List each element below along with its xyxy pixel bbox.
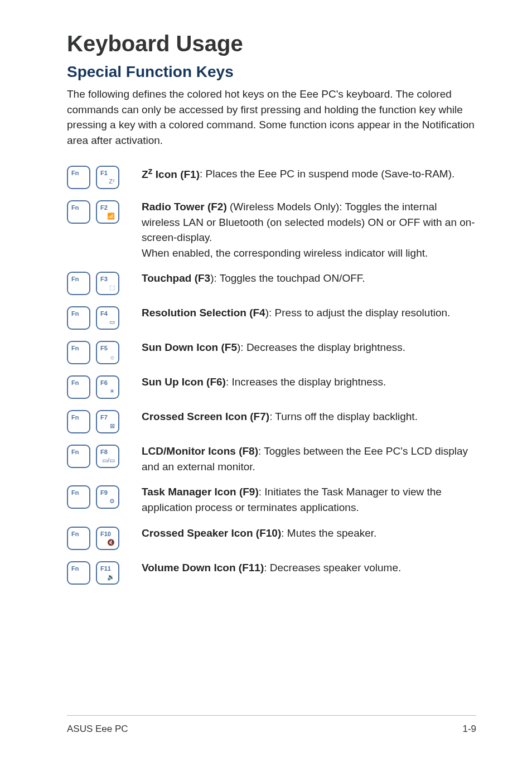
- key-description-title: Radio Tower (F2): [142, 201, 227, 213]
- key-pair: FnF7⊠: [67, 409, 128, 433]
- function-key-list: FnF1ZᶻZz Icon (F1): Places the Eee PC in…: [67, 165, 476, 594]
- fn-key-icon: Fn: [67, 561, 90, 585]
- fkey-label: F1: [100, 170, 108, 176]
- fkey-glyph-icon: 📶: [107, 213, 115, 220]
- fkey-icon: F7⊠: [96, 410, 119, 433]
- fkey-label: F7: [100, 414, 108, 421]
- fn-key-icon: Fn: [67, 527, 90, 550]
- key-pair: FnF3⬚: [67, 271, 128, 295]
- function-key-row: FnF11🔉Volume Down Icon (F11): Decreases …: [67, 560, 476, 585]
- function-key-row: FnF1ZᶻZz Icon (F1): Places the Eee PC in…: [67, 165, 476, 189]
- key-description-title: Task Manager Icon (F9): [142, 486, 259, 498]
- fkey-icon: F3⬚: [96, 272, 119, 295]
- function-key-row: FnF4▭Resolution Selection (F4): Press to…: [67, 305, 476, 330]
- function-key-row: FnF9⚙Task Manager Icon (F9): Initiates t…: [67, 484, 476, 515]
- fkey-label: F9: [100, 489, 108, 496]
- page-footer: ASUS Eee PC 1-9: [67, 715, 476, 735]
- fkey-glyph-icon: 🔇: [107, 539, 115, 546]
- function-key-row: FnF3⬚Touchpad (F3): Toggles the touchpad…: [67, 271, 476, 295]
- key-description-title: Resolution Selection (F4: [142, 307, 265, 319]
- key-description-title: LCD/Monitor Icons (F8): [142, 445, 258, 457]
- key-description-title: Zz Icon (F1): [142, 168, 200, 180]
- fkey-glyph-icon: Zᶻ: [109, 178, 115, 185]
- key-description-body: : Increases the display brightness.: [226, 376, 386, 388]
- function-key-row: FnF7⊠Crossed Screen Icon (F7): Turns off…: [67, 409, 476, 433]
- key-description-body: ): Decreases the display brightness.: [237, 341, 405, 353]
- fn-key-label: Fn: [71, 276, 79, 282]
- key-description-title: Sun Up Icon (F6): [142, 376, 226, 388]
- fkey-icon: F4▭: [96, 306, 119, 330]
- function-key-row: FnF2📶Radio Tower (F2) (Wireless Models O…: [67, 199, 476, 261]
- key-description: Resolution Selection (F4): Press to adju…: [142, 305, 476, 321]
- fn-key-label: Fn: [71, 170, 79, 176]
- fkey-glyph-icon: ▭: [109, 319, 115, 326]
- fn-key-icon: Fn: [67, 485, 90, 509]
- fkey-label: F4: [100, 310, 108, 317]
- fkey-glyph-icon: ⊠: [110, 422, 115, 430]
- key-description: Sun Down Icon (F5): Decreases the displa…: [142, 340, 476, 355]
- function-key-row: FnF10🔇Crossed Speaker Icon (F10): Mutes …: [67, 525, 476, 550]
- fkey-icon: F9⚙: [96, 485, 119, 509]
- key-description-title: Crossed Screen Icon (F7): [142, 411, 269, 422]
- fn-key-icon: Fn: [67, 341, 90, 364]
- fn-key-label: Fn: [71, 204, 79, 211]
- fkey-label: F8: [100, 449, 108, 455]
- fkey-label: F10: [100, 531, 111, 537]
- fkey-label: F11: [100, 565, 111, 572]
- key-pair: FnF8▭/▭: [67, 443, 128, 468]
- key-description: LCD/Monitor Icons (F8): Toggles between …: [142, 443, 476, 474]
- fn-key-icon: Fn: [67, 166, 90, 189]
- key-description: Crossed Screen Icon (F7): Turns off the …: [142, 409, 476, 425]
- key-description: Touchpad (F3): Toggles the touchpad ON/O…: [142, 271, 476, 286]
- fn-key-label: Fn: [71, 310, 79, 317]
- key-description: Crossed Speaker Icon (F10): Mutes the sp…: [142, 525, 476, 541]
- fn-key-icon: Fn: [67, 200, 90, 224]
- key-description: Volume Down Icon (F11): Decreases speake…: [142, 560, 476, 576]
- fn-key-icon: Fn: [67, 306, 90, 330]
- fkey-icon: F5☼: [96, 341, 119, 364]
- key-description-body: : Mutes the speaker.: [281, 527, 376, 539]
- key-pair: FnF4▭: [67, 305, 128, 330]
- function-key-row: FnF8▭/▭LCD/Monitor Icons (F8): Toggles b…: [67, 443, 476, 474]
- key-description-body: ): Press to adjust the display resolutio…: [265, 307, 451, 319]
- fkey-glyph-icon: ⚙: [109, 498, 115, 505]
- key-description-title: Volume Down Icon (F11): [142, 562, 264, 573]
- key-description: Zz Icon (F1): Places the Eee PC in suspe…: [142, 165, 476, 182]
- fkey-glyph-icon: ▭/▭: [102, 457, 115, 464]
- key-description-body: : Turns off the display backlight.: [269, 411, 418, 422]
- fkey-glyph-icon: ☀: [109, 388, 115, 395]
- page-heading: Keyboard Usage: [67, 31, 476, 56]
- fkey-icon: F6☀: [96, 375, 119, 399]
- key-description-title: Touchpad (F3: [142, 272, 210, 284]
- key-description-body: : Places the Eee PC in suspend mode (Sav…: [200, 168, 454, 180]
- key-description-body: : Decreases speaker volume.: [264, 562, 401, 573]
- fn-key-label: Fn: [71, 345, 79, 351]
- fkey-glyph-icon: ☼: [109, 354, 115, 360]
- key-description: Sun Up Icon (F6): Increases the display …: [142, 374, 476, 390]
- fkey-glyph-icon: 🔉: [107, 573, 115, 581]
- fkey-label: F6: [100, 379, 108, 386]
- key-description: Task Manager Icon (F9): Initiates the Ta…: [142, 484, 476, 515]
- fkey-label: F2: [100, 204, 108, 211]
- key-pair: FnF6☀: [67, 374, 128, 399]
- fkey-icon: F8▭/▭: [96, 445, 119, 468]
- fn-key-label: Fn: [71, 531, 79, 537]
- fn-key-label: Fn: [71, 565, 79, 572]
- fkey-icon: F1Zᶻ: [96, 166, 119, 189]
- fn-key-icon: Fn: [67, 272, 90, 295]
- fkey-label: F5: [100, 345, 108, 351]
- fn-key-label: Fn: [71, 449, 79, 455]
- fkey-glyph-icon: ⬚: [109, 284, 115, 291]
- fn-key-icon: Fn: [67, 375, 90, 399]
- key-description-body: ): Toggles the touchpad ON/OFF.: [210, 272, 365, 284]
- function-key-row: FnF5☼Sun Down Icon (F5): Decreases the d…: [67, 340, 476, 364]
- fkey-icon: F11🔉: [96, 561, 119, 585]
- key-description: Radio Tower (F2) (Wireless Models Only):…: [142, 199, 476, 261]
- key-description-title: Sun Down Icon (F5: [142, 341, 237, 353]
- key-pair: FnF11🔉: [67, 560, 128, 585]
- key-pair: FnF5☼: [67, 340, 128, 364]
- section-heading: Special Function Keys: [67, 63, 476, 81]
- key-pair: FnF1Zᶻ: [67, 165, 128, 189]
- key-pair: FnF9⚙: [67, 484, 128, 509]
- fn-key-label: Fn: [71, 489, 79, 496]
